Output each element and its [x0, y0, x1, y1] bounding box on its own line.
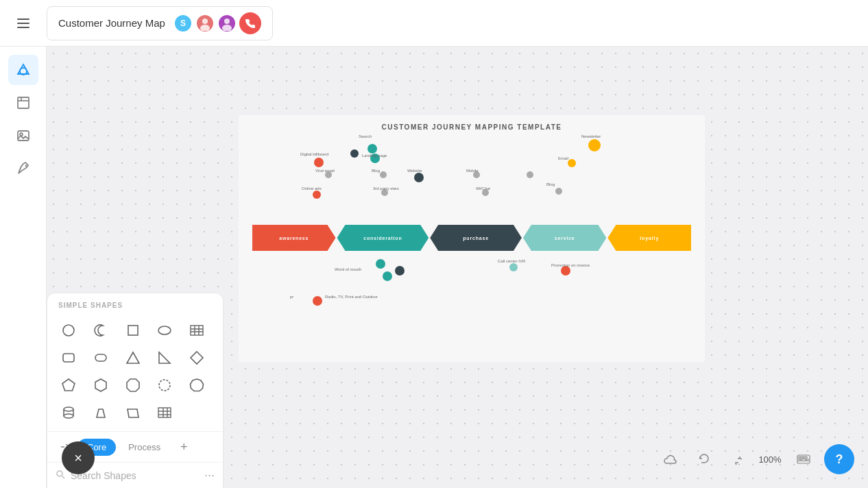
shape-crescent[interactable]: [88, 317, 114, 343]
tab-process[interactable]: Process: [119, 439, 170, 456]
svg-marker-36: [128, 409, 138, 417]
label-digital-billboard: Digital billboard: [300, 152, 328, 156]
svg-rect-49: [801, 459, 806, 461]
sidebar-item-frames[interactable]: [8, 88, 38, 118]
shape-rounded-rect-2[interactable]: [88, 345, 114, 371]
shape-rounded-rect[interactable]: [56, 345, 82, 371]
bottom-controls: 100% ?: [658, 444, 854, 474]
svg-point-31: [64, 407, 73, 411]
label-email: Email: [558, 156, 568, 160]
help-button[interactable]: ?: [824, 444, 854, 474]
svg-rect-22: [95, 354, 106, 361]
document-title-box[interactable]: Customer Journey Map S: [47, 6, 273, 40]
label-radio: Radio, TV, Print and Outdoor: [325, 295, 378, 299]
svg-marker-23: [127, 352, 139, 363]
touchpoint-dot-below: [561, 266, 570, 276]
svg-rect-37: [158, 408, 171, 417]
redo-button[interactable]: [724, 447, 749, 472]
close-icon: ×: [74, 450, 82, 466]
sidebar-item-draw[interactable]: [8, 154, 38, 184]
svg-rect-48: [799, 459, 801, 461]
shape-pentagon[interactable]: [56, 372, 82, 398]
touchpoint-dot-below: [383, 271, 392, 281]
svg-marker-26: [62, 379, 75, 391]
svg-rect-14: [128, 326, 138, 335]
touchpoint-dot: [568, 159, 576, 167]
touchpoint-dot: [380, 171, 387, 178]
sidebar-item-image[interactable]: [8, 121, 38, 151]
shape-hexagon[interactable]: [88, 372, 114, 398]
label-website: Website: [407, 169, 422, 173]
shape-parallelogram[interactable]: [120, 400, 146, 426]
svg-point-3: [202, 19, 208, 24]
svg-rect-1: [17, 23, 29, 24]
shape-right-triangle[interactable]: [152, 345, 178, 371]
shape-octagon[interactable]: [120, 372, 146, 398]
topbar: Customer Journey Map S: [0, 0, 868, 47]
label-3rd-party: 3rd party sites: [373, 186, 399, 191]
label-blog2: Blog: [546, 182, 555, 186]
svg-rect-0: [17, 19, 29, 20]
label-promotion: Promotion on invoice: [551, 263, 590, 267]
svg-rect-16: [191, 326, 203, 335]
shape-circle-outline[interactable]: [152, 372, 178, 398]
svg-point-4: [200, 25, 210, 31]
shape-triangle[interactable]: [120, 345, 146, 371]
shape-square[interactable]: [120, 317, 146, 343]
touchpoint-dot-below: [395, 266, 405, 276]
label-online-ads: Online ads: [302, 186, 322, 191]
keyboard-shortcut-button[interactable]: [791, 447, 816, 472]
shape-trapezoid[interactable]: [88, 400, 114, 426]
shapes-grid: [47, 315, 223, 431]
shapes-section-label: SIMPLE SHAPES: [47, 293, 223, 315]
svg-marker-35: [97, 409, 105, 417]
sidebar-item-shapes[interactable]: [8, 55, 38, 85]
label-newsletter: Newsletter: [581, 134, 601, 138]
label-call-center: Call center IVR: [498, 259, 525, 263]
zoom-level: 100%: [757, 454, 783, 465]
collaborators: S: [173, 12, 261, 34]
shape-table-2[interactable]: [152, 400, 178, 426]
left-sidebar: [0, 47, 47, 488]
shape-cylinder[interactable]: [56, 400, 82, 426]
svg-point-5: [224, 19, 230, 24]
label-blog: Blog: [372, 169, 380, 173]
document-title: Customer Journey Map: [58, 17, 165, 29]
stage-loyalty: loyalty: [607, 225, 691, 251]
label-search: Search: [359, 134, 372, 138]
svg-point-15: [158, 326, 171, 334]
search-options-button[interactable]: ···: [204, 468, 215, 483]
svg-marker-27: [95, 379, 106, 391]
fab-close-button[interactable]: ×: [62, 441, 95, 474]
stage-purchase: purchase: [430, 225, 522, 251]
question-mark-icon: ?: [836, 452, 843, 467]
tab-add-button[interactable]: +: [174, 437, 193, 456]
undo-button[interactable]: [691, 447, 716, 472]
stage-service: service: [523, 225, 607, 251]
stage-awareness: awareness: [252, 225, 336, 251]
label-viral-email: Viral email: [315, 169, 335, 173]
svg-point-6: [222, 25, 232, 31]
svg-marker-25: [191, 352, 203, 364]
svg-rect-50: [806, 459, 808, 461]
diagram-frame: CUSTOMER JOURNEY MAPPING TEMPLATE Search…: [239, 115, 705, 362]
touchpoint-dot: [313, 191, 321, 199]
shape-table[interactable]: [184, 317, 210, 343]
shape-circle[interactable]: [56, 317, 82, 343]
call-icon[interactable]: [239, 12, 261, 34]
svg-line-43: [62, 476, 65, 479]
svg-rect-45: [799, 456, 801, 459]
svg-marker-28: [127, 379, 139, 391]
shape-diamond[interactable]: [184, 345, 210, 371]
svg-point-29: [159, 380, 170, 391]
shape-decagon[interactable]: [184, 372, 210, 398]
cloud-save-button[interactable]: [658, 447, 683, 472]
svg-rect-47: [805, 456, 807, 459]
svg-point-13: [63, 325, 74, 336]
search-input[interactable]: Search Shapes: [71, 470, 199, 481]
shape-ellipse[interactable]: [152, 317, 178, 343]
menu-button[interactable]: [11, 11, 36, 36]
avatar-a: [217, 14, 237, 33]
diagram-title: CUSTOMER JOURNEY MAPPING TEMPLATE: [239, 123, 705, 131]
touchpoint-dot: [588, 139, 601, 151]
